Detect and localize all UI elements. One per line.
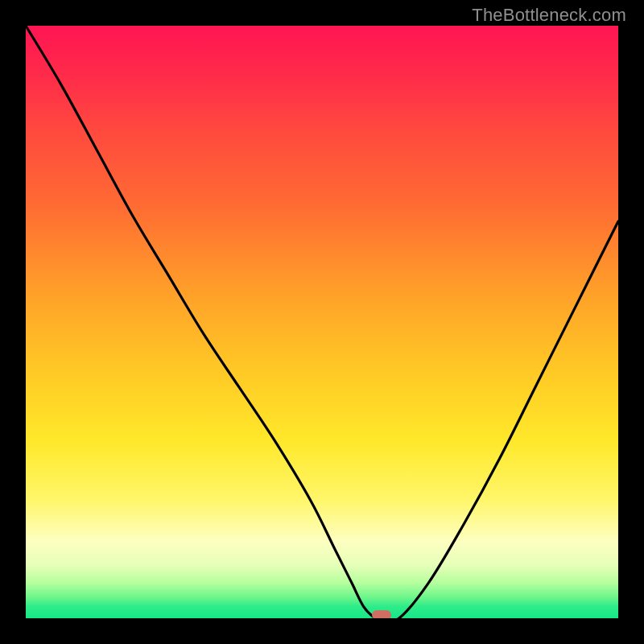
optimum-marker	[372, 610, 391, 618]
chart-frame: TheBottleneck.com	[0, 0, 644, 644]
bottleneck-curve	[26, 26, 618, 618]
watermark-text: TheBottleneck.com	[472, 5, 626, 26]
plot-area	[26, 26, 618, 618]
